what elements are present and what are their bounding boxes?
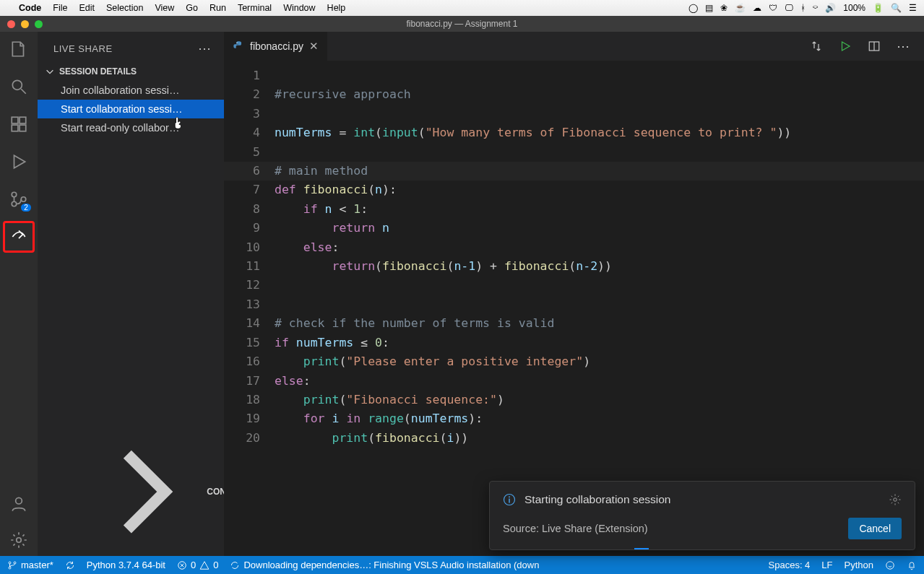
svg-point-8 bbox=[16, 497, 22, 504]
menu-help[interactable]: Help bbox=[327, 3, 346, 13]
svg-point-13 bbox=[509, 496, 510, 497]
window-title: fibonacci.py — Assignment 1 bbox=[406, 19, 517, 29]
status-spaces[interactable]: Spaces: 4 bbox=[769, 560, 811, 570]
svg-rect-3 bbox=[12, 125, 18, 131]
macos-menubar: Code File Edit Selection View Go Run Ter… bbox=[0, 0, 924, 16]
python-file-icon bbox=[233, 40, 244, 52]
sidebar-item-start-readonly[interactable]: Start read-only collabor… bbox=[38, 118, 224, 137]
tab-fibonacci[interactable]: fibonacci.py ✕ bbox=[224, 32, 327, 61]
chevron-down-icon bbox=[45, 66, 55, 77]
status-task[interactable]: Downloading dependencies…: Finishing VSL… bbox=[230, 560, 539, 570]
status-globe-icon: ❀ bbox=[720, 3, 727, 13]
status-circle-icon: ◯ bbox=[688, 3, 698, 13]
search-icon[interactable] bbox=[9, 77, 29, 97]
svg-point-16 bbox=[9, 562, 11, 564]
svg-point-6 bbox=[12, 201, 17, 206]
window-minimize-button[interactable] bbox=[21, 20, 29, 28]
info-icon bbox=[503, 493, 516, 506]
status-coffee-icon: ☕ bbox=[735, 3, 746, 13]
status-eol[interactable]: LF bbox=[821, 560, 832, 570]
scm-badge: 2 bbox=[21, 204, 31, 212]
svg-point-10 bbox=[236, 43, 237, 43]
svg-rect-14 bbox=[509, 499, 510, 503]
section-label: SESSION DETAILS bbox=[59, 66, 137, 77]
explorer-icon[interactable] bbox=[9, 39, 29, 59]
notification-settings-icon[interactable] bbox=[889, 493, 902, 506]
session-details-header[interactable]: SESSION DETAILS bbox=[38, 62, 224, 81]
menu-view[interactable]: View bbox=[155, 3, 174, 13]
sidebar-more-icon[interactable]: ⋯ bbox=[198, 40, 212, 56]
status-sync-icon[interactable] bbox=[65, 560, 75, 570]
notification-title: Starting collaboration session bbox=[524, 493, 670, 506]
live-share-icon[interactable] bbox=[9, 227, 29, 247]
svg-point-20 bbox=[886, 561, 894, 569]
menu-run[interactable]: Run bbox=[210, 3, 226, 13]
activity-bar: 2 bbox=[0, 32, 38, 556]
compare-changes-icon[interactable] bbox=[810, 40, 823, 53]
line-gutter: 1234567891011121314151617181920 bbox=[224, 61, 275, 556]
status-volume-icon: 🔊 bbox=[825, 3, 836, 13]
tab-close-icon[interactable]: ✕ bbox=[309, 40, 319, 53]
svg-point-0 bbox=[12, 80, 22, 90]
svg-point-17 bbox=[9, 567, 11, 569]
svg-point-18 bbox=[14, 562, 16, 564]
sidebar-item-start-session[interactable]: Start collaboration sessi… bbox=[38, 100, 224, 118]
menu-terminal[interactable]: Terminal bbox=[238, 3, 272, 13]
extensions-icon[interactable] bbox=[9, 114, 29, 134]
status-errors[interactable]: 0 0 bbox=[177, 560, 218, 570]
svg-point-5 bbox=[12, 192, 17, 197]
window-titlebar: fibonacci.py — Assignment 1 bbox=[0, 16, 924, 32]
run-file-icon[interactable] bbox=[839, 40, 852, 53]
menu-edit[interactable]: Edit bbox=[79, 3, 95, 13]
tab-label: fibonacci.py bbox=[250, 40, 303, 52]
status-bluetooth-icon: ᚼ bbox=[800, 3, 806, 13]
editor-tabs: fibonacci.py ✕ ⋯ bbox=[224, 32, 924, 61]
menu-go[interactable]: Go bbox=[186, 3, 198, 13]
chevron-right-icon bbox=[82, 432, 202, 552]
status-box-icon: ▤ bbox=[705, 3, 713, 13]
account-icon[interactable] bbox=[9, 494, 29, 514]
status-python[interactable]: Python 3.7.4 64-bit bbox=[87, 560, 165, 570]
split-editor-icon[interactable] bbox=[868, 40, 881, 53]
menu-selection[interactable]: Selection bbox=[106, 3, 143, 13]
menu-app[interactable]: Code bbox=[19, 3, 41, 13]
status-display-icon: 🖵 bbox=[785, 3, 793, 13]
settings-gear-icon[interactable] bbox=[9, 530, 29, 550]
status-wifi-icon: ⌔ bbox=[813, 3, 818, 13]
window-close-button[interactable] bbox=[7, 20, 15, 28]
svg-point-9 bbox=[17, 538, 22, 543]
notification-source: Source: Live Share (Extension) bbox=[503, 523, 648, 534]
svg-point-15 bbox=[894, 498, 897, 502]
svg-rect-2 bbox=[20, 117, 26, 123]
window-maximize-button[interactable] bbox=[35, 20, 43, 28]
menu-file[interactable]: File bbox=[53, 3, 67, 13]
sidebar-item-join-session[interactable]: Join collaboration sessi… bbox=[38, 81, 224, 100]
highlight-box bbox=[3, 221, 35, 253]
sidebar-title: LIVE SHARE bbox=[53, 43, 113, 54]
editor-area: fibonacci.py ✕ ⋯ 12345678910111213141516… bbox=[224, 32, 924, 556]
svg-point-7 bbox=[21, 197, 26, 202]
status-bell-icon[interactable] bbox=[907, 560, 917, 570]
status-bar: master* Python 3.7.4 64-bit 0 0 Download… bbox=[0, 556, 924, 574]
status-language[interactable]: Python bbox=[845, 560, 873, 570]
svg-rect-1 bbox=[12, 117, 18, 123]
menu-window[interactable]: Window bbox=[283, 3, 315, 13]
control-center-icon[interactable]: ☰ bbox=[909, 3, 917, 13]
run-debug-icon[interactable] bbox=[9, 152, 29, 172]
cancel-button[interactable]: Cancel bbox=[848, 518, 902, 539]
notification-progress bbox=[490, 548, 915, 549]
editor-more-icon[interactable]: ⋯ bbox=[897, 38, 911, 54]
status-shield-icon: 🛡 bbox=[769, 3, 777, 13]
battery-percent: 100% bbox=[843, 3, 865, 13]
sidebar-panel: LIVE SHARE ⋯ SESSION DETAILS Join collab… bbox=[38, 32, 224, 556]
battery-icon: 🔋 bbox=[873, 3, 884, 13]
spotlight-icon[interactable]: 🔍 bbox=[891, 3, 902, 13]
source-control-icon[interactable]: 2 bbox=[9, 189, 29, 209]
status-feedback-icon[interactable] bbox=[885, 560, 895, 570]
notification-toast: Starting collaboration session Source: L… bbox=[489, 481, 915, 550]
status-branch[interactable]: master* bbox=[7, 560, 53, 570]
svg-rect-4 bbox=[20, 125, 26, 131]
status-cloud-icon: ☁ bbox=[753, 3, 761, 13]
